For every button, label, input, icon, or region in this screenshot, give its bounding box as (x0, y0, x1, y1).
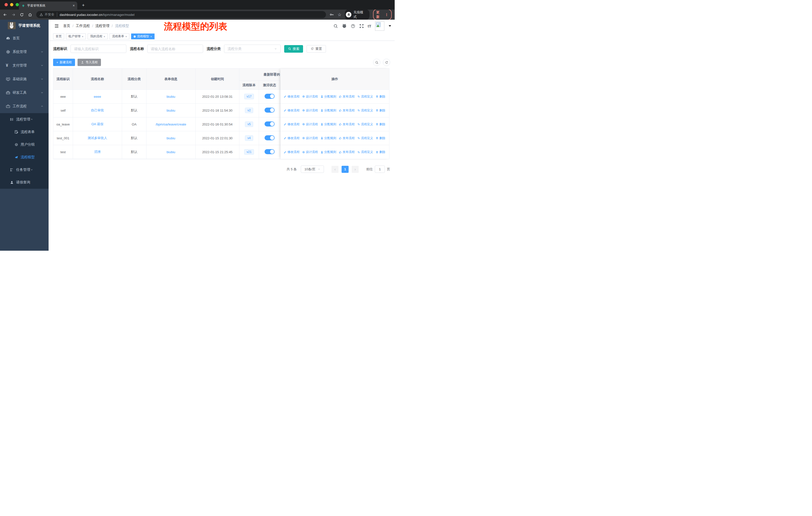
back-icon[interactable] (3, 12, 7, 17)
tag-close-icon[interactable]: × (125, 35, 127, 38)
process-name-link[interactable]: 测试多审批人 (88, 136, 107, 140)
sidebar-item-task-mgmt[interactable]: 任务管理 (0, 164, 49, 176)
delete-process-link[interactable]: 删除 (376, 108, 385, 113)
menu-fold-icon[interactable] (54, 23, 59, 28)
page-size-select[interactable]: 10条/页 (301, 166, 324, 173)
status-toggle[interactable] (265, 108, 274, 113)
edit-process-link[interactable]: 修改流程 (284, 150, 299, 154)
tag-close-icon[interactable]: × (82, 35, 83, 38)
form-info-link[interactable]: biubiu (167, 95, 175, 99)
edit-process-link[interactable]: 修改流程 (284, 136, 299, 140)
tag-tenant[interactable]: 租户管理× (66, 33, 86, 39)
process-name-input[interactable] (147, 45, 203, 53)
refresh-table-button[interactable] (383, 59, 390, 66)
tag-close-icon[interactable]: × (104, 35, 105, 38)
version-tag[interactable]: v21 (244, 149, 254, 155)
assign-rule-link[interactable]: 分配规则 (320, 94, 336, 99)
forward-icon[interactable] (11, 12, 16, 17)
process-name-link[interactable]: eeee (94, 95, 101, 99)
next-page-button[interactable]: › (352, 166, 359, 173)
import-process-button[interactable]: 导入流程 (78, 59, 101, 66)
sidebar-item-leave-query[interactable]: 请假查询 (0, 176, 49, 189)
form-info-link[interactable]: /bpm/oa/leave/create (155, 123, 186, 126)
sidebar-item-devtools[interactable]: 研发工具 (0, 86, 49, 100)
publish-process-link[interactable]: 发布流程 (339, 108, 355, 113)
browser-tab[interactable]: 芋道管理系统 × (19, 1, 77, 9)
prev-page-button[interactable]: ‹ (331, 166, 339, 173)
edit-process-link[interactable]: 修改流程 (284, 94, 299, 99)
process-definition-link[interactable]: 流程定义 (357, 94, 373, 99)
reload-icon[interactable] (20, 12, 24, 17)
publish-process-link[interactable]: 发布流程 (339, 136, 355, 140)
edit-process-link[interactable]: 修改流程 (284, 122, 299, 127)
hide-search-button[interactable] (373, 59, 380, 66)
assign-rule-link[interactable]: 分配规则 (320, 150, 336, 154)
design-process-link[interactable]: 设计流程 (302, 150, 318, 154)
maximize-window-button[interactable] (16, 3, 19, 6)
sidebar-item-process-form[interactable]: 流程表单 (0, 126, 49, 138)
form-info-link[interactable]: biubiu (167, 109, 175, 112)
process-name-link[interactable]: 自己审批 (91, 108, 104, 112)
process-definition-link[interactable]: 流程定义 (357, 136, 373, 140)
reset-button[interactable]: 重置 (307, 45, 326, 53)
status-toggle[interactable] (265, 135, 274, 140)
form-info-link[interactable]: biubiu (167, 136, 175, 140)
minimize-window-button[interactable] (10, 3, 13, 6)
version-tag[interactable]: v4 (245, 135, 253, 141)
delete-process-link[interactable]: 删除 (376, 122, 385, 127)
category-select[interactable]: 流程分类 (224, 45, 281, 53)
process-definition-link[interactable]: 流程定义 (357, 150, 373, 154)
sidebar-item-payment[interactable]: ¥ 支付管理 (0, 59, 49, 72)
browser-menu-icon[interactable]: ⋮ (385, 12, 388, 17)
tab-close-icon[interactable]: × (73, 3, 75, 7)
github-icon[interactable] (342, 23, 347, 28)
design-process-link[interactable]: 设计流程 (302, 108, 318, 113)
avatar[interactable] (375, 21, 384, 31)
version-tag[interactable]: v5 (245, 121, 253, 127)
sidebar-item-user-group[interactable]: 用户分组 (0, 138, 49, 151)
help-icon[interactable] (351, 24, 355, 28)
form-info-link[interactable]: biubiu (167, 150, 175, 154)
tag-home[interactable]: 首页 (53, 33, 64, 39)
tag-process-form[interactable]: 流程表单× (110, 33, 129, 39)
current-page-button[interactable]: 1 (342, 166, 349, 173)
search-button[interactable]: 搜索 (284, 45, 303, 53)
security-chip[interactable]: 不安全 (39, 12, 57, 17)
status-toggle[interactable] (265, 94, 274, 99)
process-name-link[interactable]: OA 请假 (91, 122, 104, 126)
tag-my-process[interactable]: 我的流程× (88, 33, 108, 39)
update-button[interactable]: 更新 ⋮ (373, 9, 392, 20)
publish-process-link[interactable]: 发布流程 (339, 94, 355, 99)
version-tag[interactable]: v2 (245, 108, 253, 113)
tag-process-model[interactable]: 流程模型× (131, 33, 154, 39)
create-process-button[interactable]: + 新建流程 (53, 59, 75, 66)
delete-process-link[interactable]: 删除 (376, 94, 385, 99)
sidebar-item-home[interactable]: 首页 (0, 31, 49, 45)
process-id-input[interactable] (70, 45, 126, 53)
version-tag[interactable]: v17 (244, 94, 254, 99)
sidebar-item-process-model[interactable]: 流程模型 (0, 151, 49, 164)
breadcrumb-item[interactable]: 流程管理 (95, 24, 110, 28)
sidebar-item-system[interactable]: 系统管理 (0, 45, 49, 59)
sidebar-item-workflow[interactable]: 工作流程 (0, 100, 49, 113)
process-definition-link[interactable]: 流程定义 (357, 108, 373, 113)
url-field[interactable]: 不安全 dashboard.yudao.iocoder.cn/bpm/manag… (36, 11, 326, 18)
bookmark-star-icon[interactable]: ☆ (338, 12, 341, 18)
design-process-link[interactable]: 设计流程 (302, 122, 318, 127)
font-size-icon[interactable]: tT (368, 24, 371, 28)
goto-page-input[interactable] (375, 166, 385, 173)
assign-rule-link[interactable]: 分配规则 (320, 108, 336, 113)
design-process-link[interactable]: 设计流程 (302, 94, 318, 99)
assign-rule-link[interactable]: 分配规则 (320, 122, 336, 127)
status-toggle[interactable] (265, 121, 274, 127)
delete-process-link[interactable]: 删除 (376, 136, 385, 140)
close-window-button[interactable] (4, 3, 8, 6)
delete-process-link[interactable]: 删除 (376, 150, 385, 154)
sidebar-item-process-mgmt[interactable]: 流程管理 (0, 113, 49, 126)
publish-process-link[interactable]: 发布流程 (339, 122, 355, 127)
home-icon[interactable] (28, 12, 32, 17)
process-name-link[interactable]: 滔博 (94, 150, 101, 154)
key-icon[interactable] (329, 12, 334, 17)
fullscreen-icon[interactable] (359, 24, 364, 28)
breadcrumb-item[interactable]: 首页 (63, 24, 70, 28)
